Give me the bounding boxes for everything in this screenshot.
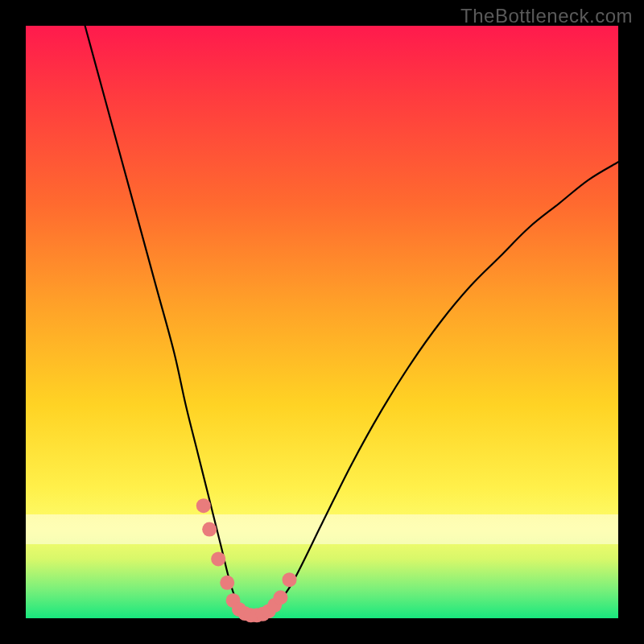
highlight-dot <box>196 498 211 513</box>
highlight-dot <box>220 576 234 590</box>
highlight-dot <box>273 590 287 605</box>
highlight-dots <box>196 498 297 622</box>
bottleneck-curve <box>85 26 618 620</box>
chart-frame: TheBottleneck.com <box>0 0 644 644</box>
highlight-dot <box>283 572 297 587</box>
curve-svg <box>26 26 618 618</box>
highlight-dot <box>202 522 217 537</box>
highlight-dot <box>211 551 225 566</box>
watermark-text: TheBottleneck.com <box>460 5 633 27</box>
plot-area <box>26 26 618 618</box>
